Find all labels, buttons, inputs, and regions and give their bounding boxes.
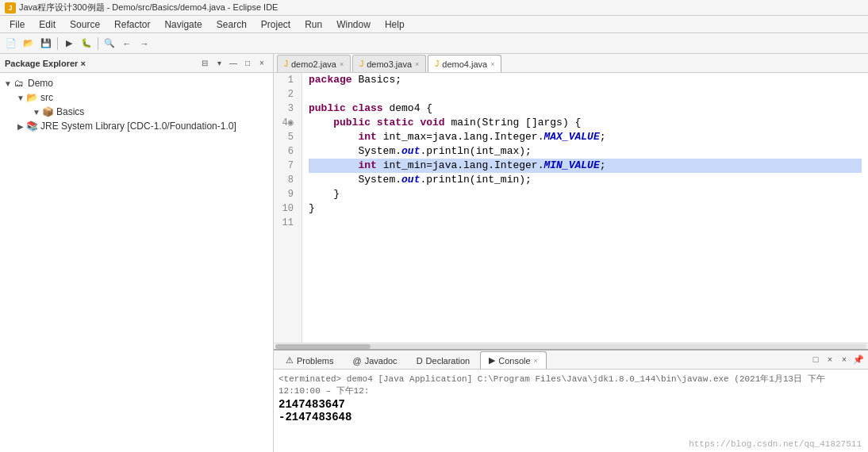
tree-arrow-src: ▼	[16, 94, 25, 102]
explorer-tree: ▼ 🗂 Demo ▼ 📂 src ▼ 📦 Basics ▶ 📚 JRE Syst…	[0, 73, 273, 452]
tab-label-demo4: demo4.java	[442, 59, 487, 69]
menu-refactor[interactable]: Refactor	[108, 17, 156, 32]
tree-label-jre: JRE System Library [CDC-1.0/Foundation-1…	[40, 121, 236, 132]
tab-declaration[interactable]: D Declaration	[408, 351, 479, 369]
right-panel: J demo2.java × J demo3.java × J demo4.ja…	[274, 54, 868, 452]
tab-close-demo2[interactable]: ×	[340, 60, 344, 68]
code-line-3: public class demo4 {	[309, 102, 862, 116]
line-num-4: 4◉	[278, 116, 297, 130]
tab-problems[interactable]: ⚠ Problems	[277, 351, 342, 369]
code-line-8: System.out.println(int_min);	[309, 173, 862, 187]
toolbar-open[interactable]: 📂	[21, 36, 36, 52]
toolbar-separator-1	[57, 37, 58, 50]
tab-console[interactable]: ▶ Console ×	[480, 351, 547, 369]
explorer-header: Package Explorer × ⊟ ▾ — □ ×	[0, 54, 273, 73]
tree-item-demo[interactable]: ▼ 🗂 Demo	[0, 76, 273, 90]
console-close-x[interactable]: ×	[824, 353, 836, 366]
line-num-2: 2	[278, 87, 297, 102]
line-num-8: 8	[278, 173, 297, 187]
tab-label-problems: Problems	[297, 356, 333, 366]
bottom-tabs-wrapper: ⚠ Problems @ Javadoc D Declaration ▶ Con…	[274, 350, 868, 370]
tree-label-basics: Basics	[56, 106, 84, 117]
menu-edit[interactable]: Edit	[33, 17, 62, 32]
line-num-10: 10	[278, 201, 297, 216]
toolbar: 📄 📂 💾 ▶ 🐛 🔍 ← →	[0, 33, 868, 54]
toolbar-back[interactable]: ←	[119, 36, 135, 52]
main-area: Package Explorer × ⊟ ▾ — □ × ▼ 🗂 Demo ▼ …	[0, 54, 868, 452]
toolbar-debug[interactable]: 🐛	[79, 36, 94, 52]
explorer-menu[interactable]: ▾	[213, 57, 225, 70]
menu-file[interactable]: File	[3, 17, 31, 32]
line-num-7: 7	[278, 159, 297, 173]
menu-source[interactable]: Source	[63, 17, 106, 32]
toolbar-run[interactable]: ▶	[61, 36, 77, 52]
code-line-7: int int_min=java.lang.Integer.MIN_VALUE;	[309, 159, 862, 173]
explorer-min[interactable]: —	[227, 57, 240, 70]
console-close-x2[interactable]: ×	[838, 353, 851, 366]
tree-icon-demo: 🗂	[13, 77, 25, 90]
explorer-close[interactable]: ×	[255, 57, 268, 70]
explorer-collapse[interactable]: ⊟	[198, 57, 211, 70]
tab-label-demo3: demo3.java	[367, 59, 412, 69]
tab-label-demo2: demo2.java	[291, 59, 336, 69]
editor-area[interactable]: 1 2 3 4◉ 5 6 7 8 9 10 11 package Basics;…	[274, 73, 868, 343]
declaration-icon: D	[417, 356, 423, 366]
toolbar-forward[interactable]: →	[136, 36, 152, 52]
toolbar-new[interactable]: 📄	[3, 36, 19, 52]
bottom-tabs: ⚠ Problems @ Javadoc D Declaration ▶ Con…	[274, 350, 868, 370]
menu-run[interactable]: Run	[298, 17, 328, 32]
scroll-thumb[interactable]	[275, 344, 371, 349]
code-container: 1 2 3 4◉ 5 6 7 8 9 10 11 package Basics;…	[274, 73, 868, 343]
toolbar-separator-2	[98, 37, 98, 50]
tab-demo2[interactable]: J demo2.java ×	[277, 55, 351, 72]
editor-scrollbar[interactable]	[274, 343, 868, 349]
title-text: Java程序设计300例题 - Demo/src/Basics/demo4.ja…	[19, 2, 278, 13]
tree-arrow-demo: ▼	[3, 79, 13, 88]
app-icon: J	[5, 2, 16, 13]
title-bar: J Java程序设计300例题 - Demo/src/Basics/demo4.…	[0, 0, 868, 16]
menu-bar: File Edit Source Refactor Navigate Searc…	[0, 16, 868, 33]
menu-help[interactable]: Help	[378, 17, 411, 32]
tree-icon-jre: 📚	[25, 120, 38, 132]
menu-navigate[interactable]: Navigate	[158, 17, 208, 32]
tree-item-basics[interactable]: ▼ 📦 Basics	[0, 105, 273, 119]
toolbar-search[interactable]: 🔍	[102, 36, 117, 52]
tab-demo4[interactable]: J demo4.java ×	[428, 55, 501, 72]
tab-icon-demo2: J	[284, 59, 288, 68]
menu-window[interactable]: Window	[330, 17, 377, 32]
menu-project[interactable]: Project	[255, 17, 297, 32]
javadoc-icon: @	[352, 356, 361, 366]
console-content: <terminated> demo4 [Java Application] C:…	[274, 370, 868, 452]
code-line-6: System.out.println(int_max);	[309, 144, 862, 159]
tab-close-demo3[interactable]: ×	[415, 60, 419, 68]
tab-label-declaration: Declaration	[426, 356, 470, 366]
code-line-4: public static void main(String []args) {	[309, 116, 862, 130]
toolbar-save[interactable]: 💾	[38, 36, 54, 52]
code-line-5: int int_max=java.lang.Integer.MAX_VALUE;	[309, 130, 862, 144]
console-pin[interactable]: 📌	[852, 353, 865, 366]
tree-item-jre[interactable]: ▶ 📚 JRE System Library [CDC-1.0/Foundati…	[0, 119, 273, 133]
code-line-1: package Basics;	[309, 73, 862, 87]
tab-demo3[interactable]: J demo3.java ×	[352, 55, 426, 72]
tree-item-src[interactable]: ▼ 📂 src	[0, 90, 273, 105]
tab-javadoc[interactable]: @ Javadoc	[344, 351, 405, 369]
code-line-11	[309, 216, 862, 230]
editor-tabs: J demo2.java × J demo3.java × J demo4.ja…	[274, 54, 868, 73]
left-panel: Package Explorer × ⊟ ▾ — □ × ▼ 🗂 Demo ▼ …	[0, 54, 274, 452]
explorer-max[interactable]: □	[241, 57, 254, 70]
tab-close-console[interactable]: ×	[534, 357, 538, 365]
explorer-controls: ⊟ ▾ — □ ×	[198, 57, 268, 70]
tree-icon-basics: 📦	[41, 105, 54, 118]
menu-search[interactable]: Search	[210, 17, 253, 32]
code-line-10: }	[309, 201, 862, 216]
console-icon: ▶	[489, 355, 495, 366]
console-output-line1: 2147483647	[278, 398, 863, 411]
console-output-line2: -2147483648	[278, 411, 863, 423]
scroll-track[interactable]	[275, 344, 866, 349]
console-terminated-text: <terminated> demo4 [Java Application] C:…	[278, 373, 863, 396]
tab-label-javadoc: Javadoc	[365, 356, 398, 366]
console-minimize[interactable]: □	[809, 353, 822, 366]
tab-close-demo4[interactable]: ×	[490, 60, 494, 68]
code-line-2	[309, 87, 862, 102]
code-lines: package Basics; public class demo4 { pub…	[302, 73, 868, 343]
